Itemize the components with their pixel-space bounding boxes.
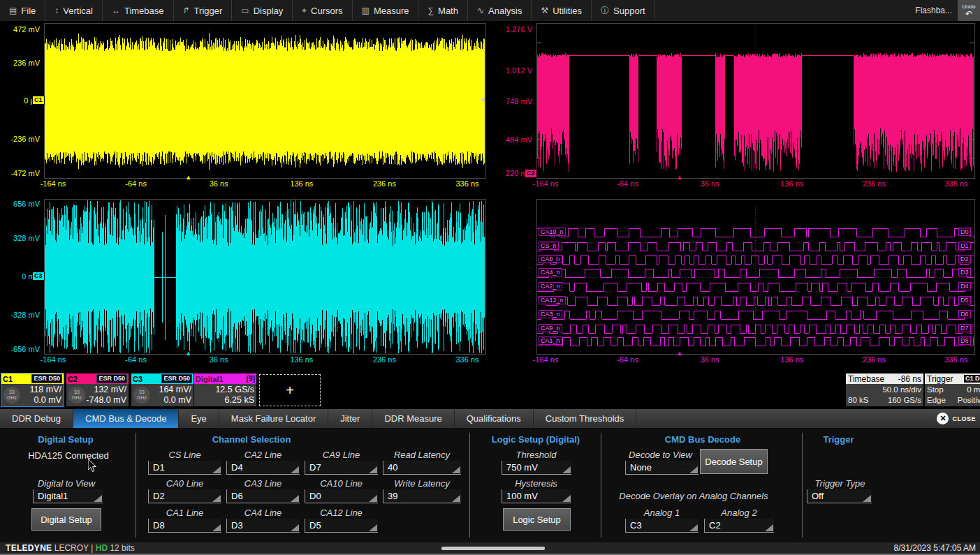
c2-offset: -748.0 mV — [86, 395, 126, 406]
x-axis-tick-label: 336 ns — [944, 179, 967, 188]
ca10-line-select[interactable]: D0 — [305, 489, 378, 503]
c2-header: C2 ESR D50 — [66, 373, 129, 384]
x-axis-tick-label: 136 ns — [290, 355, 313, 364]
close-dialog-button[interactable]: ✕ CLOSE — [937, 409, 976, 428]
waveform-grid-c1[interactable] — [44, 23, 486, 179]
c3-zero-level-marker: C3 — [32, 272, 45, 281]
c3-vdiv: 164 mV/ — [159, 385, 191, 395]
trigger-mode: Stop — [927, 385, 944, 395]
analog1-select[interactable]: C3 — [625, 519, 699, 533]
menu-analysis[interactable]: ∿Analysis — [468, 0, 532, 21]
waveform-grid-c2[interactable] — [536, 23, 975, 179]
ca4-line-select[interactable]: D3 — [226, 519, 300, 533]
digital-setup-button[interactable]: Digital Setup — [31, 508, 101, 531]
menu-cursors[interactable]: ⌖Cursors — [293, 0, 352, 21]
ca3-line-select[interactable]: D6 — [226, 489, 300, 503]
x-axis-tick-label: 236 ns — [373, 355, 396, 364]
y-axis-tick-label: -328 mV — [0, 311, 40, 319]
x-axis-tick-label: 36 ns — [210, 179, 228, 188]
hysteresis-select[interactable]: 100 mV — [502, 489, 571, 503]
ca12-line-label: CA12 Line — [305, 508, 378, 518]
digital-setup-heading: Digital Setup — [6, 434, 126, 445]
menu-support[interactable]: ⓘSupport — [592, 0, 655, 21]
menu-label: Trigger — [194, 6, 223, 16]
channel-descriptor-c2[interactable]: C2 ESR D50 33GHz 132 mV/-748.0 mV — [66, 373, 129, 406]
menu-timebase[interactable]: ↔Timebase — [103, 0, 174, 21]
ca0-line-select[interactable]: D2 — [148, 489, 221, 503]
trigger-type-select[interactable]: Off — [807, 489, 872, 503]
bit-depth-label: 12 bits — [110, 543, 134, 553]
menu-trigger[interactable]: ↱Trigger — [174, 0, 233, 21]
undo-button[interactable]: Undo ↶ — [958, 0, 980, 21]
timebase-descriptor[interactable]: Timebase -86 ns 50.0 ns/div 80 kS160 GS/… — [846, 373, 923, 406]
ca1-line-select[interactable]: D8 — [148, 519, 221, 533]
x-axis-tick-label: 36 ns — [210, 355, 228, 364]
decode-to-view-label: Decode to View — [620, 450, 701, 460]
x-axis-tick-label: 136 ns — [780, 355, 803, 364]
x-axis-tick-label: 236 ns — [863, 355, 886, 364]
channel-descriptor-c3[interactable]: C3 ESR D50 33GHz 164 mV/0.0 mV — [131, 373, 193, 406]
channel-descriptor-digital1[interactable]: Digital1 [9] 12.5 GS/s6.25 kS — [194, 373, 256, 406]
x-axis-tick-label: 336 ns — [944, 355, 967, 364]
menu-measure[interactable]: ▥Measure — [353, 0, 419, 21]
section-divider — [136, 433, 136, 538]
c3-label: C3 — [133, 375, 142, 383]
ca2-line-select[interactable]: D4 — [226, 461, 300, 475]
tab-ddr-debug[interactable]: DDR Debug — [0, 409, 73, 428]
threshold-select[interactable]: 750 mV — [502, 461, 571, 475]
tab-qualifications[interactable]: Qualifications — [455, 409, 534, 428]
logic-setup-heading: Logic Setup (Digital) — [474, 434, 598, 445]
trigger-level: 0 mV — [967, 385, 980, 395]
tab-jitter[interactable]: Jitter — [328, 409, 372, 428]
flashback-label[interactable]: Flashba... — [915, 6, 952, 15]
menu-math[interactable]: ∑Math — [418, 0, 467, 21]
waveform-grid-digital1[interactable] — [536, 199, 975, 355]
write-latency-select[interactable]: 39 — [383, 489, 461, 503]
timebase-samples: 80 kS — [848, 395, 868, 406]
c2-level-marker: C2 — [525, 169, 537, 178]
tab-ddr-measure[interactable]: DDR Measure — [372, 409, 454, 428]
menu-label: Display — [254, 6, 284, 16]
logic-setup-button[interactable]: Logic Setup — [503, 508, 571, 531]
c3-bandwidth-badge: 33GHz — [133, 387, 150, 404]
close-label: CLOSE — [952, 415, 976, 422]
waveform-grid-c3[interactable] — [44, 199, 486, 355]
c3-probe-badge: ESR D50 — [161, 374, 192, 383]
menu-right: Flashba... Undo ↶ — [915, 0, 980, 21]
ca12-line-select[interactable]: D5 — [305, 519, 378, 533]
menu-utilities[interactable]: ⚒Utilities — [532, 0, 592, 21]
trigger-icon: ↱ — [183, 6, 190, 15]
tab-cmd-bus-decode[interactable]: CMD Bus & Decode — [73, 409, 179, 428]
channel-descriptor-c1[interactable]: C1 ESR D50 33GHz 118 mV/0.0 mV — [1, 373, 64, 406]
threshold-label: Threshold — [482, 450, 590, 460]
plus-icon: + — [286, 383, 294, 399]
close-icon: ✕ — [937, 413, 949, 424]
digital1-body: 12.5 GS/s6.25 kS — [194, 384, 256, 406]
digital-to-view-select[interactable]: Digital1 — [33, 489, 103, 503]
add-trace-button[interactable]: + — [259, 374, 321, 406]
file-icon: ▤ — [9, 6, 17, 15]
digital-trace-label: CA2_n — [539, 282, 562, 290]
c1-body: 33GHz 118 mV/0.0 mV — [1, 384, 64, 406]
tab-mask-failure-locator[interactable]: Mask Failure Locator — [219, 409, 328, 428]
cs-line-select[interactable]: D1 — [148, 461, 221, 475]
decode-setup-button[interactable]: Decode Setup — [700, 449, 768, 474]
decode-overlay-label: Decode Overlay on Analog Channels — [602, 491, 785, 501]
menu-file[interactable]: ▤File — [0, 0, 45, 21]
menu-vertical[interactable]: ↕Vertical — [45, 0, 103, 21]
tab-custom-thresholds[interactable]: Custom Thresholds — [534, 409, 636, 428]
digital1-samples: 6.25 kS — [215, 395, 254, 406]
tab-eye[interactable]: Eye — [179, 409, 219, 428]
trigger-descriptor[interactable]: Trigger C1 DC Stop0 mV EdgePositive — [925, 373, 980, 406]
read-latency-select[interactable]: 40 — [383, 461, 461, 475]
ca9-line-select[interactable]: D7 — [305, 461, 378, 475]
digital1-rate: 12.5 GS/s — [215, 385, 254, 395]
panel-grab-handle[interactable] — [441, 547, 545, 550]
x-axis-tick-label: 36 ns — [701, 179, 719, 188]
analog2-select[interactable]: C2 — [704, 519, 774, 533]
digital-trace-label: CA12_n — [539, 296, 566, 304]
decode-to-view-select[interactable]: None — [625, 461, 699, 475]
x-axis-tick-label: -64 ns — [617, 179, 638, 188]
menu-display[interactable]: ▭Display — [232, 0, 293, 21]
ca9-line-label: CA9 Line — [305, 450, 378, 460]
